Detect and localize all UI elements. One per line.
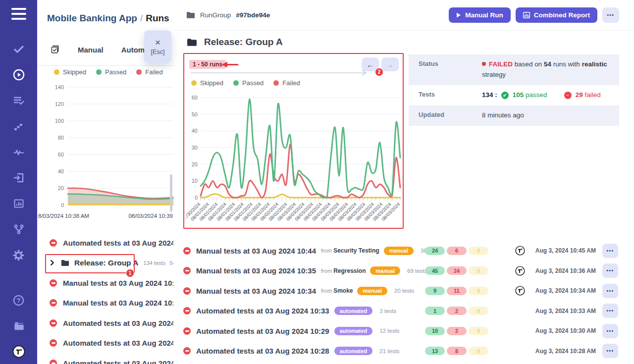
breadcrumb: Mobile Banking App/Runs: [47, 13, 169, 24]
skipped-count-pill: 0: [469, 247, 488, 255]
run-title[interactable]: Automated tests at 03 Aug 2024 10:33: [196, 307, 329, 315]
manual-run-button[interactable]: Manual Run: [449, 7, 511, 23]
run-title[interactable]: Automated tests at 03 Aug 2024 10: [63, 359, 173, 364]
run-list-item[interactable]: Automated tests at 03 Aug 2024 10: [37, 333, 173, 354]
svg-text:08/03/2024: 08/03/2024: [363, 202, 383, 222]
status-row: Status FAILED based on 54 runs with real…: [409, 54, 619, 85]
legend-label: Failed: [145, 68, 162, 76]
run-failed-status-icon: [183, 327, 191, 335]
svg-text:80: 80: [58, 135, 64, 141]
rungroup-breadcrumb[interactable]: RunGroup #97bde94e: [186, 11, 270, 19]
failed-dot-icon: [482, 62, 486, 66]
run-group-title[interactable]: Release: Group A: [74, 259, 139, 267]
run-group-runs-count: 54 r: [169, 260, 173, 266]
updated-value: 8 minutes ago: [482, 105, 619, 126]
run-more-button[interactable]: •••: [602, 324, 618, 338]
bar-chart-icon[interactable]: [12, 197, 25, 210]
check-icon[interactable]: [12, 43, 25, 55]
run-more-button[interactable]: •••: [602, 284, 618, 298]
close-icon[interactable]: ×: [155, 38, 160, 47]
legend-item-passed: Passed: [233, 79, 264, 87]
svg-text:08/01/2024: 08/01/2024: [224, 202, 245, 222]
run-row[interactable]: Manual tests at 03 Aug 2024 10:35from Re…: [183, 262, 619, 280]
combined-report-button[interactable]: Combined Report: [516, 7, 597, 23]
svg-text:07/30/2024: 07/30/2024: [186, 202, 201, 222]
svg-text:08/01/2024: 08/01/2024: [207, 202, 227, 222]
chevron-right-icon[interactable]: [50, 260, 55, 265]
run-row[interactable]: Manual tests at 03 Aug 2024 10:44from Se…: [183, 242, 619, 260]
run-result-pills: 2460: [425, 247, 488, 255]
activity-icon[interactable]: [12, 146, 25, 158]
run-list-item[interactable]: Automated tests at 03 Aug 2024 10: [37, 233, 173, 253]
run-title[interactable]: Automated tests at 03 Aug 2024 10: [63, 319, 173, 327]
svg-text:08/03/2024: 08/03/2024: [346, 202, 366, 222]
play-circle-icon[interactable]: [12, 68, 25, 81]
header-more-button[interactable]: •••: [602, 7, 619, 23]
svg-text:8/03/2024 10:38 AM: 8/03/2024 10:38 AM: [38, 213, 89, 219]
svg-text:0: 0: [61, 202, 64, 208]
svg-text:50: 50: [192, 111, 198, 117]
run-tests-count: 12 tests: [379, 328, 399, 334]
gear-icon[interactable]: [12, 249, 25, 261]
run-title[interactable]: Manual tests at 03 Aug 2024 10:42: [63, 299, 173, 307]
project-name-link[interactable]: Mobile Banking App: [47, 13, 137, 23]
branch-icon[interactable]: [12, 223, 25, 236]
skipped-count-pill: 0: [469, 327, 488, 335]
run-group-item[interactable]: Release: Group A134 tests54 r: [37, 253, 173, 273]
svg-text:140: 140: [55, 84, 64, 90]
app-logo[interactable]: [12, 345, 25, 358]
select-runs-icon[interactable]: [50, 45, 60, 54]
hamburger-menu-icon[interactable]: [11, 8, 26, 20]
steps-icon[interactable]: [12, 120, 25, 133]
import-icon[interactable]: [12, 171, 25, 184]
run-title[interactable]: Automated tests at 03 Aug 2024 10: [63, 339, 173, 347]
run-list-item[interactable]: Automated tests at 03 Aug 2024 10: [37, 313, 173, 333]
run-list-item[interactable]: Manual tests at 03 Aug 2024 10:43: [37, 273, 173, 293]
run-title[interactable]: Manual tests at 03 Aug 2024 10:44: [196, 247, 316, 255]
failed-count-pill: 11: [447, 287, 467, 295]
tests-row: Tests 134 : ✔ 105 passed − 29 failed: [409, 85, 619, 105]
run-title[interactable]: Automated tests at 03 Aug 2024 10:28: [196, 347, 329, 355]
run-title[interactable]: Manual tests at 03 Aug 2024 10:35: [196, 266, 316, 275]
tests-label: Tests: [409, 85, 482, 105]
annotation-step-2-badge: 2: [375, 68, 383, 76]
runs-side-list: Automated tests at 03 Aug 2024 10Release…: [37, 233, 173, 364]
run-from-label: from Regression: [321, 267, 366, 274]
run-list-item[interactable]: Manual tests at 03 Aug 2024 10:42: [37, 293, 173, 313]
run-title[interactable]: Automated tests at 03 Aug 2024 10:29: [196, 327, 329, 335]
run-more-button[interactable]: •••: [602, 263, 618, 278]
run-group-tests-count: 134 tests: [144, 260, 166, 266]
run-row[interactable]: Automated tests at 03 Aug 2024 10:28auto…: [183, 342, 619, 360]
run-title[interactable]: Manual tests at 03 Aug 2024 10:43: [63, 279, 173, 287]
breadcrumb-separator: /: [140, 13, 143, 23]
run-title[interactable]: Automated tests at 03 Aug 2024 10: [63, 239, 173, 247]
run-row[interactable]: Automated tests at 03 Aug 2024 10:33auto…: [183, 302, 619, 320]
annotation-arrow: [220, 60, 239, 69]
help-icon[interactable]: ?: [12, 294, 25, 307]
svg-text:20: 20: [192, 161, 198, 167]
run-more-button[interactable]: •••: [602, 344, 618, 358]
run-more-button[interactable]: •••: [602, 304, 618, 318]
svg-text:08/03/2024: 08/03/2024: [311, 202, 331, 222]
updated-label: Updated: [409, 105, 482, 126]
run-more-button[interactable]: •••: [602, 244, 618, 258]
report-chart-icon: [523, 12, 530, 18]
failed-count-pill: 24: [447, 266, 467, 275]
skipped-dot-icon: [191, 80, 197, 86]
svg-text:08/02/2024: 08/02/2024: [259, 202, 279, 222]
folder-icon: [186, 11, 195, 19]
run-row[interactable]: Manual tests at 03 Aug 2024 10:34from Sm…: [183, 282, 619, 300]
run-type-badge: manual: [357, 287, 387, 295]
folders-icon[interactable]: [12, 319, 25, 332]
tab-manual[interactable]: Manual: [78, 46, 104, 54]
play-icon: [456, 12, 461, 18]
list-check-icon[interactable]: [12, 94, 25, 107]
run-list-item[interactable]: Automated tests at 03 Aug 2024 10: [37, 353, 173, 364]
scrollbar-thumb[interactable]: [170, 174, 172, 212]
skipped-count-pill: 0: [469, 287, 488, 295]
run-row[interactable]: Automated tests at 03 Aug 2024 10:29auto…: [183, 322, 619, 340]
next-page-button[interactable]: →: [381, 57, 399, 71]
passed-count-pill: 9: [425, 287, 445, 295]
run-title[interactable]: Manual tests at 03 Aug 2024 10:34: [196, 287, 316, 295]
sidebar: ?: [0, 0, 37, 364]
